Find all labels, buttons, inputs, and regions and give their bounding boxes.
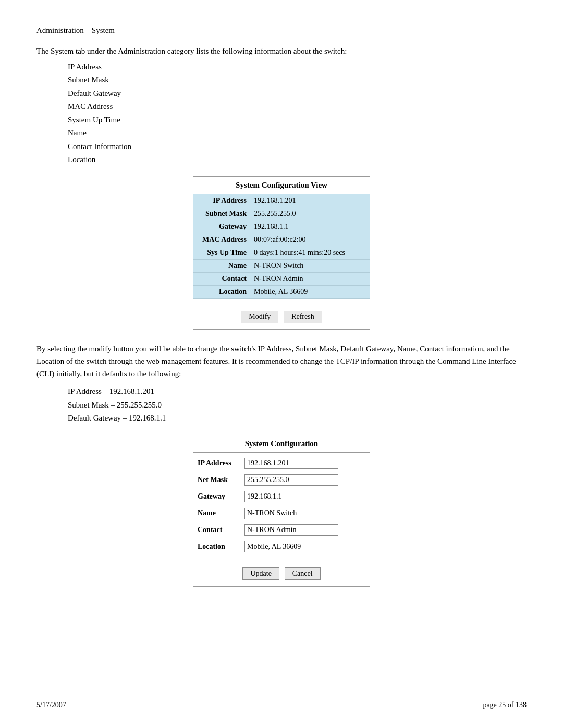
table-row: Contact N-TRON Admin [193, 272, 370, 285]
description-text: By selecting the modify button you will … [36, 342, 527, 380]
gateway-value: 192.168.1.1 [251, 220, 370, 233]
ip-address-field-label: IP Address [193, 455, 240, 472]
update-button[interactable]: Update [242, 567, 279, 580]
edit-box-title: System Configuration [193, 435, 370, 453]
form-row: Location [193, 538, 370, 555]
gateway-input[interactable] [244, 491, 338, 502]
location-field-value[interactable] [240, 538, 370, 555]
config-view-table: IP Address 192.168.1.201 Subnet Mask 255… [193, 194, 370, 304]
contact-label: Contact [193, 272, 251, 285]
view-button-row: Modify Refresh [193, 303, 370, 329]
net-mask-input[interactable] [244, 474, 338, 486]
net-mask-field-label: Net Mask [193, 472, 240, 488]
form-row: Name [193, 505, 370, 522]
footer-date: 5/17/2007 [36, 701, 66, 709]
list-item: Default Gateway – 192.168.1.1 [68, 412, 527, 425]
form-row: Gateway [193, 488, 370, 505]
list-item: Subnet Mask [68, 73, 527, 87]
name-input[interactable] [244, 508, 338, 519]
list-item: MAC Address [68, 100, 527, 114]
subnet-mask-value: 255.255.255.0 [251, 207, 370, 220]
form-row: Contact [193, 522, 370, 538]
page-title: Administration – System [36, 26, 527, 35]
location-field-label: Location [193, 538, 240, 555]
list-item: Name [68, 127, 527, 140]
name-field-label: Name [193, 505, 240, 522]
contact-value: N-TRON Admin [251, 272, 370, 285]
footer: 5/17/2007 page 25 of 138 [36, 701, 527, 709]
name-value: N-TRON Switch [251, 259, 370, 272]
table-row: Location Mobile, AL 36609 [193, 285, 370, 298]
refresh-button[interactable]: Refresh [284, 311, 322, 323]
cancel-button[interactable]: Cancel [285, 567, 321, 580]
edit-button-row: Update Cancel [193, 560, 370, 586]
gateway-label: Gateway [193, 220, 251, 233]
sys-uptime-label: Sys Up Time [193, 246, 251, 259]
table-row: IP Address 192.168.1.201 [193, 194, 370, 207]
location-label: Location [193, 285, 251, 298]
ip-address-field-value[interactable] [240, 455, 370, 472]
gateway-field-label: Gateway [193, 488, 240, 505]
list-item: Subnet Mask – 255.255.255.0 [68, 399, 527, 412]
table-row: Name N-TRON Switch [193, 259, 370, 272]
list-item: System Up Time [68, 114, 527, 127]
system-config-edit-box: System Configuration IP Address Net Mask… [193, 435, 370, 587]
mac-address-value: 00:07:af:00:c2:00 [251, 233, 370, 246]
form-row: Net Mask [193, 472, 370, 488]
config-form-table: IP Address Net Mask Gateway Name Contact [193, 455, 370, 560]
footer-page-info: page 25 of 138 [483, 701, 527, 709]
mac-address-label: MAC Address [193, 233, 251, 246]
ip-address-label: IP Address [193, 194, 251, 207]
form-spacer-row [193, 555, 370, 560]
table-row: MAC Address 00:07:af:00:c2:00 [193, 233, 370, 246]
ip-address-value: 192.168.1.201 [251, 194, 370, 207]
contact-input[interactable] [244, 524, 338, 536]
location-input[interactable] [244, 541, 338, 552]
system-config-view-box: System Configuration View IP Address 192… [193, 176, 370, 330]
subnet-mask-label: Subnet Mask [193, 207, 251, 220]
table-row: Sys Up Time 0 days:1 hours:41 mins:20 se… [193, 246, 370, 259]
list-item: IP Address – 192.168.1.201 [68, 385, 527, 399]
view-box-title: System Configuration View [193, 177, 370, 194]
modify-button[interactable]: Modify [241, 311, 278, 323]
ip-address-input[interactable] [244, 458, 338, 469]
table-row: Subnet Mask 255.255.255.0 [193, 207, 370, 220]
gateway-field-value[interactable] [240, 488, 370, 505]
list-item: IP Address [68, 60, 527, 74]
separator-row [193, 298, 370, 303]
bullet-list: IP Address Subnet Mask Default Gateway M… [68, 60, 527, 167]
contact-field-value[interactable] [240, 522, 370, 538]
table-row: Gateway 192.168.1.1 [193, 220, 370, 233]
intro-text: The System tab under the Administration … [36, 45, 527, 57]
defaults-list: IP Address – 192.168.1.201 Subnet Mask –… [68, 385, 527, 425]
sys-uptime-value: 0 days:1 hours:41 mins:20 secs [251, 246, 370, 259]
list-item: Location [68, 153, 527, 167]
location-value: Mobile, AL 36609 [251, 285, 370, 298]
list-item: Contact Information [68, 140, 527, 154]
name-label: Name [193, 259, 251, 272]
name-field-value[interactable] [240, 505, 370, 522]
form-row: IP Address [193, 455, 370, 472]
list-item: Default Gateway [68, 87, 527, 101]
net-mask-field-value[interactable] [240, 472, 370, 488]
contact-field-label: Contact [193, 522, 240, 538]
